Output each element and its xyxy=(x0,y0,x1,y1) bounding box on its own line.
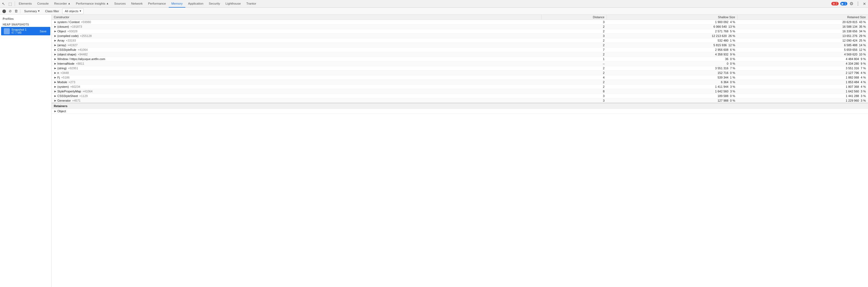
retained-size-cell: 13 651 276 29 % xyxy=(737,34,868,38)
retained-size-cell: 2 127 796 4 % xyxy=(737,71,868,75)
class-filter-button[interactable]: Class filter xyxy=(43,8,61,14)
expand-icon[interactable]: ▶ xyxy=(54,21,57,23)
tab-console[interactable]: Console xyxy=(34,0,51,8)
expand-icon[interactable]: ▶ xyxy=(54,81,57,84)
tab-security[interactable]: Security xyxy=(206,0,223,8)
expand-icon[interactable]: ▶ xyxy=(54,99,57,102)
table-row[interactable]: ▶ CSSStyleSheet ×1129 3 189 588 0 % 1 44… xyxy=(52,94,868,98)
table-row[interactable]: ▶ CSSStyleRule ×41064 7 2 956 608 6 % 5 … xyxy=(52,47,868,52)
distance-cell: 3 xyxy=(541,20,607,25)
table-row[interactable]: ▶ (object shape) ×94482 2 4 358 932 9 % … xyxy=(52,52,868,57)
expand-icon[interactable]: ▶ xyxy=(54,85,57,88)
table-row[interactable]: ▶ (closure) ×191873 2 6 066 540 13 % 16 … xyxy=(52,25,868,29)
tab-trantor[interactable]: Trantor xyxy=(244,0,259,8)
inspect-icon[interactable]: ⬚ xyxy=(8,1,12,6)
snapshot-label: Snapshot 1 xyxy=(11,28,37,31)
constructor-name: CSSStyleRule xyxy=(57,48,76,51)
table-row[interactable]: ▶ (array) ×41927 2 5 815 936 12 % 6 585 … xyxy=(52,43,868,47)
constructor-name: CSSStyleSheet xyxy=(57,94,78,98)
close-icon[interactable]: ✕ xyxy=(862,1,867,6)
constructor-cell: ▶ (compiled code) ×255128 xyxy=(52,34,541,38)
table-row[interactable]: ▶ (system) ×60234 2 1 411 944 3 % 1 807 … xyxy=(52,85,868,89)
tab-application[interactable]: Application xyxy=(185,0,206,8)
table-row[interactable]: ▶ Generator ×4571 3 127 988 0 % 1 229 96… xyxy=(52,98,868,103)
tab-network[interactable]: Network xyxy=(128,0,145,8)
nav-right: ⊗ 2 ▶ 1 ⚙ ⋮ ✕ xyxy=(830,1,867,6)
top-nav: ↖ ⬚ ElementsConsoleRecorder▲Performance … xyxy=(0,0,868,8)
all-objects-button[interactable]: All objects ▾ xyxy=(62,8,84,14)
summary-arrow: ▾ xyxy=(38,9,40,13)
distance-cell: 4 xyxy=(541,75,607,80)
retained-size-cell: 12 090 424 25 % xyxy=(737,38,868,43)
constructor-name: n xyxy=(57,71,59,74)
constructor-name: Object xyxy=(57,30,66,33)
table-header-row: Constructor Distance Shallow Size Retain… xyxy=(52,15,868,20)
constructor-count: ×4571 xyxy=(72,99,81,102)
shallow-size-cell: 532 480 1 % xyxy=(607,38,738,43)
constructor-cell: ▶ (string) ×92951 xyxy=(52,66,541,71)
constructor-count: ×1129 xyxy=(80,94,88,98)
snapshot-text: Snapshot 1 47.7 MB xyxy=(11,28,37,34)
tab-elements[interactable]: Elements xyxy=(16,0,34,8)
summary-button[interactable]: Summary ▾ xyxy=(22,8,42,14)
table-row[interactable]: ▶ StylePropertyMap ×41064 8 1 642 560 3 … xyxy=(52,89,868,94)
shallow-size-cell: 4 358 932 9 % xyxy=(607,52,738,57)
table-row[interactable]: ▶ Fj ×5186 4 539 344 1 % 1 882 068 4 % xyxy=(52,75,868,80)
expand-icon[interactable]: ▶ xyxy=(54,62,57,65)
table-row[interactable]: ▶ n ×3448 2 152 716 0 % 2 127 796 4 % xyxy=(52,71,868,75)
tab-memory[interactable]: Memory xyxy=(169,0,186,8)
retained-size-cell: 1 853 484 4 % xyxy=(737,80,868,85)
shallow-size-cell: 1 900 092 4 % xyxy=(607,20,738,25)
tab-performance[interactable]: Performance xyxy=(145,0,169,8)
table-row[interactable]: ▶ Object ×93028 2 2 571 768 5 % 16 338 6… xyxy=(52,29,868,34)
expand-icon[interactable]: ▶ xyxy=(54,90,57,93)
retained-size-cell: 16 588 134 35 % xyxy=(737,25,868,29)
table-row[interactable]: ▶ (compiled code) ×255128 3 12 213 620 2… xyxy=(52,34,868,38)
distance-cell: 8 xyxy=(541,89,607,94)
delete-icon[interactable]: 🗑 xyxy=(13,9,19,13)
table-row[interactable]: ▶ Window / https://aliyuque.antfin.com 1… xyxy=(52,57,868,61)
expand-icon[interactable]: ▶ xyxy=(54,53,57,56)
distance-cell: 2 xyxy=(541,66,607,71)
table-row[interactable]: ▶ system / Context ×59980 3 1 900 092 4 … xyxy=(52,20,868,25)
expand-icon[interactable]: ▶ xyxy=(54,110,57,113)
constructor-cell: ▶ (system) ×60234 xyxy=(52,85,541,89)
table-row[interactable]: ▶ (string) ×92951 2 3 551 316 7 % 3 551 … xyxy=(52,66,868,71)
constructor-cell: ▶ Module ×273 xyxy=(52,80,541,85)
all-objects-arrow: ▾ xyxy=(80,9,81,13)
tab-lighthouse[interactable]: Lighthouse xyxy=(223,0,244,8)
expand-icon[interactable]: ▶ xyxy=(54,34,57,37)
retained-size-cell: 1 807 368 4 % xyxy=(737,85,868,89)
distance-cell: 3 xyxy=(541,94,607,98)
retained-size-cell: 1 229 960 3 % xyxy=(737,98,868,103)
error-badge: ⊗ 2 xyxy=(831,2,838,5)
shallow-size-cell: 6 066 540 13 % xyxy=(607,25,738,29)
expand-icon[interactable]: ▶ xyxy=(54,44,57,46)
expand-icon[interactable]: ▶ xyxy=(54,67,57,70)
tab-recorder[interactable]: Recorder▲ xyxy=(51,0,73,8)
expand-icon[interactable]: ▶ xyxy=(54,25,57,28)
constructor-cell: ▶ CSSStyleSheet ×1129 xyxy=(52,94,541,98)
expand-icon[interactable]: ▶ xyxy=(54,49,57,51)
snapshot-item[interactable]: Snapshot 1 47.7 MB Save xyxy=(1,27,50,35)
table-row[interactable]: ▶ Array ×33193 2 532 480 1 % 12 090 424 … xyxy=(52,38,868,43)
expand-icon[interactable]: ▶ xyxy=(54,71,57,74)
more-icon[interactable]: ⋮ xyxy=(856,1,860,6)
expand-icon[interactable]: ▶ xyxy=(54,76,57,79)
clear-icon[interactable]: ⊘ xyxy=(8,9,12,13)
settings-icon[interactable]: ⚙ xyxy=(849,1,854,6)
cursor-icon[interactable]: ↖ xyxy=(1,1,6,6)
table-row[interactable]: ▶ Module ×273 2 6 364 0 % 1 853 484 4 % xyxy=(52,80,868,85)
expand-icon[interactable]: ▶ xyxy=(54,30,57,33)
table-row[interactable]: ▶ Object xyxy=(52,109,868,114)
constructor-cell: ▶ Window / https://aliyuque.antfin.com xyxy=(52,57,541,61)
save-button[interactable]: Save xyxy=(39,29,48,33)
snapshot-icon[interactable]: ⬤ xyxy=(2,9,6,13)
table-row[interactable]: ▶ InternalNode ×8811 – 0 0 % 4 334 280 9… xyxy=(52,61,868,66)
tab-sources[interactable]: Sources xyxy=(112,0,128,8)
tab-performance-insights[interactable]: Performance insights▲ xyxy=(73,0,112,8)
retained-size-cell: 4 334 280 9 % xyxy=(737,61,868,66)
expand-icon[interactable]: ▶ xyxy=(54,39,57,42)
expand-icon[interactable]: ▶ xyxy=(54,58,57,60)
expand-icon[interactable]: ▶ xyxy=(54,95,57,97)
